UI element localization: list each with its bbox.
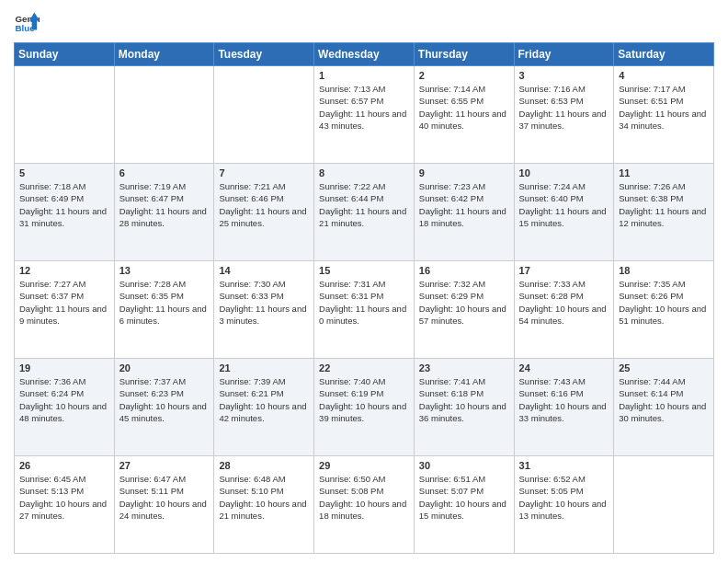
day-info-line: Sunset: 6:57 PM <box>319 95 409 107</box>
calendar-cell: 19Sunrise: 7:36 AMSunset: 6:24 PMDayligh… <box>15 359 115 456</box>
day-info-line: Sunrise: 7:17 AM <box>619 83 709 95</box>
day-info-line: Sunrise: 7:24 AM <box>519 180 609 192</box>
day-info-line: Sunrise: 6:52 AM <box>519 473 609 485</box>
day-info-line: Sunset: 6:18 PM <box>419 387 509 399</box>
calendar-cell: 12Sunrise: 7:27 AMSunset: 6:37 PMDayligh… <box>15 261 115 359</box>
day-info-line: Daylight: 10 hours and 48 minutes. <box>19 400 109 425</box>
weekday-header-thursday: Thursday <box>414 43 514 66</box>
day-info-line: Sunset: 6:19 PM <box>319 387 409 399</box>
calendar-cell: 7Sunrise: 7:21 AMSunset: 6:46 PMDaylight… <box>214 164 314 261</box>
day-info-line: Sunset: 6:28 PM <box>519 290 609 302</box>
calendar-cell: 30Sunrise: 6:51 AMSunset: 5:07 PMDayligh… <box>414 456 514 554</box>
day-info-line: Daylight: 11 hours and 12 minutes. <box>619 205 709 230</box>
day-info-line: Daylight: 10 hours and 39 minutes. <box>319 400 409 425</box>
day-info-line: Sunset: 6:55 PM <box>419 95 509 107</box>
day-info-line: Daylight: 10 hours and 42 minutes. <box>219 400 309 425</box>
day-number: 18 <box>619 265 709 276</box>
day-info-line: Sunrise: 7:39 AM <box>219 375 309 387</box>
day-info-line: Sunset: 6:53 PM <box>519 95 609 107</box>
day-info-line: Daylight: 10 hours and 54 minutes. <box>519 303 609 327</box>
calendar-week-row: 5Sunrise: 7:18 AMSunset: 6:49 PMDaylight… <box>15 164 714 261</box>
day-info-line: Daylight: 10 hours and 51 minutes. <box>619 303 709 327</box>
day-info-line: Sunset: 6:31 PM <box>319 290 409 302</box>
day-info-line: Daylight: 11 hours and 0 minutes. <box>319 303 409 327</box>
day-info-line: Sunset: 6:46 PM <box>219 192 309 204</box>
day-info-line: Sunset: 6:51 PM <box>619 95 709 107</box>
day-info-line: Sunset: 6:42 PM <box>419 192 509 204</box>
day-info-line: Daylight: 11 hours and 3 minutes. <box>219 303 309 327</box>
calendar-cell: 1Sunrise: 7:13 AMSunset: 6:57 PMDaylight… <box>314 66 415 164</box>
day-info-line: Sunset: 5:11 PM <box>119 485 210 497</box>
day-info-line: Sunrise: 6:51 AM <box>419 473 509 485</box>
day-info-line: Sunset: 6:37 PM <box>19 290 109 302</box>
calendar-week-row: 19Sunrise: 7:36 AMSunset: 6:24 PMDayligh… <box>15 359 714 456</box>
day-info-line: Daylight: 10 hours and 45 minutes. <box>119 400 210 425</box>
day-info-line: Sunset: 6:16 PM <box>519 387 609 399</box>
day-info-line: Sunrise: 7:28 AM <box>119 278 210 290</box>
day-number: 4 <box>619 70 709 81</box>
logo: General Blue <box>14 9 40 35</box>
day-info-line: Sunrise: 6:48 AM <box>219 473 309 485</box>
day-number: 6 <box>119 167 210 178</box>
day-number: 10 <box>519 167 609 178</box>
day-info-line: Sunrise: 7:36 AM <box>19 375 109 387</box>
day-info-line: Daylight: 11 hours and 9 minutes. <box>19 303 109 327</box>
day-info-line: Daylight: 11 hours and 34 minutes. <box>619 108 709 132</box>
day-info-line: Sunset: 5:10 PM <box>219 485 309 497</box>
day-info-line: Sunrise: 7:18 AM <box>19 180 109 192</box>
calendar-cell: 24Sunrise: 7:43 AMSunset: 6:16 PMDayligh… <box>514 359 614 456</box>
day-info-line: Daylight: 11 hours and 6 minutes. <box>119 303 210 327</box>
calendar-cell: 14Sunrise: 7:30 AMSunset: 6:33 PMDayligh… <box>214 261 314 359</box>
day-info-line: Sunset: 6:14 PM <box>619 387 709 399</box>
day-info-line: Daylight: 10 hours and 21 minutes. <box>219 498 309 523</box>
day-info-line: Daylight: 10 hours and 30 minutes. <box>619 400 709 425</box>
header: General Blue <box>14 9 714 35</box>
calendar-cell: 23Sunrise: 7:41 AMSunset: 6:18 PMDayligh… <box>414 359 514 456</box>
day-number: 2 <box>419 70 509 81</box>
day-info-line: Sunrise: 7:40 AM <box>319 375 409 387</box>
day-info-line: Sunset: 6:38 PM <box>619 192 709 204</box>
calendar-table: SundayMondayTuesdayWednesdayThursdayFrid… <box>14 42 714 554</box>
weekday-header-friday: Friday <box>514 43 614 66</box>
day-number: 7 <box>219 167 309 178</box>
calendar-cell: 21Sunrise: 7:39 AMSunset: 6:21 PMDayligh… <box>214 359 314 456</box>
calendar-cell: 18Sunrise: 7:35 AMSunset: 6:26 PMDayligh… <box>614 261 714 359</box>
day-info-line: Sunrise: 7:43 AM <box>519 375 609 387</box>
calendar-week-row: 1Sunrise: 7:13 AMSunset: 6:57 PMDaylight… <box>15 66 714 164</box>
calendar-cell: 31Sunrise: 6:52 AMSunset: 5:05 PMDayligh… <box>514 456 614 554</box>
day-number: 3 <box>519 70 609 81</box>
calendar-cell: 20Sunrise: 7:37 AMSunset: 6:23 PMDayligh… <box>114 359 214 456</box>
day-info-line: Daylight: 11 hours and 18 minutes. <box>419 205 509 230</box>
day-info-line: Sunrise: 7:27 AM <box>19 278 109 290</box>
calendar-cell: 8Sunrise: 7:22 AMSunset: 6:44 PMDaylight… <box>314 164 415 261</box>
day-info-line: Sunrise: 7:41 AM <box>419 375 509 387</box>
day-number: 30 <box>419 460 509 471</box>
logo-icon: General Blue <box>14 9 40 35</box>
day-info-line: Sunrise: 7:30 AM <box>219 278 309 290</box>
day-info-line: Sunset: 6:24 PM <box>19 387 109 399</box>
day-number: 31 <box>519 460 609 471</box>
day-info-line: Sunrise: 6:47 AM <box>119 473 210 485</box>
day-number: 16 <box>419 265 509 276</box>
day-number: 14 <box>219 265 309 276</box>
day-info-line: Daylight: 11 hours and 37 minutes. <box>519 108 609 132</box>
day-number: 20 <box>119 362 210 373</box>
day-info-line: Sunset: 6:40 PM <box>519 192 609 204</box>
day-info-line: Sunrise: 7:21 AM <box>219 180 309 192</box>
day-number: 24 <box>519 362 609 373</box>
day-number: 28 <box>219 460 309 471</box>
day-info-line: Sunset: 6:29 PM <box>419 290 509 302</box>
calendar-cell: 28Sunrise: 6:48 AMSunset: 5:10 PMDayligh… <box>214 456 314 554</box>
weekday-header-tuesday: Tuesday <box>214 43 314 66</box>
day-info-line: Sunset: 6:44 PM <box>319 192 409 204</box>
day-number: 11 <box>619 167 709 178</box>
calendar-cell <box>114 66 214 164</box>
day-info-line: Sunset: 6:35 PM <box>119 290 210 302</box>
day-number: 8 <box>319 167 409 178</box>
calendar-cell: 4Sunrise: 7:17 AMSunset: 6:51 PMDaylight… <box>614 66 714 164</box>
day-info-line: Sunrise: 7:23 AM <box>419 180 509 192</box>
calendar-cell <box>214 66 314 164</box>
day-info-line: Daylight: 11 hours and 40 minutes. <box>419 108 509 132</box>
calendar-cell: 11Sunrise: 7:26 AMSunset: 6:38 PMDayligh… <box>614 164 714 261</box>
weekday-header-monday: Monday <box>114 43 214 66</box>
